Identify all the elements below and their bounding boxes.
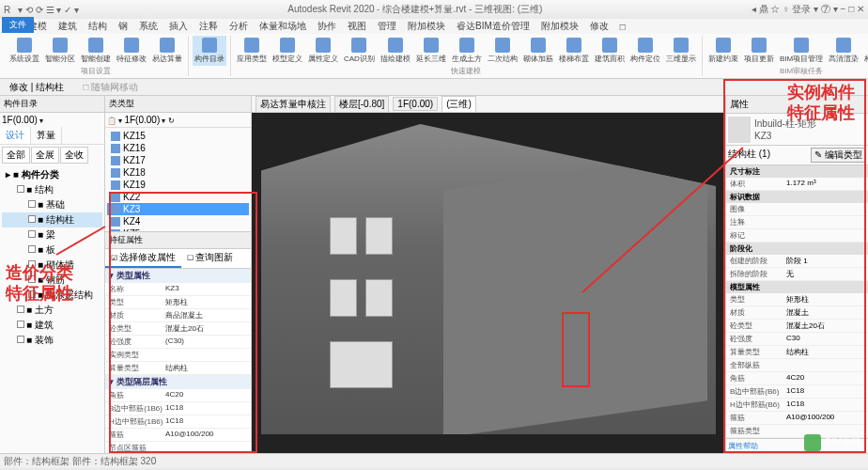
menu-bar: 建模建筑结构钢系统插入注释分析体量和场地协作视图管理附加模块睿达BIM造价管理附…	[0, 19, 868, 34]
ribbon-btn[interactable]: 智能分区	[43, 36, 77, 66]
tree-item[interactable]: ■ 建筑	[2, 318, 102, 333]
ribbon-btn[interactable]: 易达算量	[150, 36, 184, 66]
ribbon-btn[interactable]: 模型定义	[271, 36, 304, 66]
status-bar: 部件：结构框架 部件：结构框架 320	[0, 453, 868, 468]
ribbon: 系统设置智能分区智能创建特征修改易达算量项目设置构件目录应用类型模型定义属性定义…	[0, 34, 868, 79]
kz-item[interactable]: KZ15	[107, 130, 249, 142]
ribbon-btn[interactable]: 属性定义	[306, 36, 340, 66]
left-header: 构件目录	[0, 96, 104, 113]
ribbon-btn[interactable]: 三维显示	[664, 36, 698, 66]
menu-item[interactable]: 协作	[318, 20, 336, 33]
ribbon-btn[interactable]: 描绘建模	[379, 36, 412, 66]
tree-item[interactable]: ■ 装饰	[2, 333, 102, 348]
mid-header: 类类型	[105, 96, 251, 113]
menu-item[interactable]: 视图	[348, 20, 366, 33]
ribbon-btn[interactable]: 延长三维	[414, 36, 448, 66]
kz-item[interactable]: KZ16	[107, 142, 249, 154]
ribbon-btn[interactable]: 特征修改	[115, 36, 148, 66]
menu-item[interactable]: □	[620, 22, 626, 32]
file-tab[interactable]: 文件	[2, 17, 34, 33]
filter-all[interactable]: 全部	[2, 147, 30, 164]
menu-item[interactable]: 结构	[88, 20, 107, 33]
annot-right: 实例构件特征属性	[787, 83, 855, 123]
ribbon-btn[interactable]: 系统设置	[8, 36, 41, 66]
filter-expand[interactable]: 全展	[31, 147, 59, 164]
annot-left: 造价分类特征属性	[6, 263, 73, 304]
ribbon-btn[interactable]: BIM项目管理	[778, 36, 825, 66]
tab-design[interactable]: 设计	[0, 127, 31, 144]
menu-item[interactable]: 附加模块	[541, 20, 579, 33]
ribbon-btn[interactable]: 建筑面积	[593, 36, 627, 66]
ribbon-btn[interactable]: 构件提醒	[862, 36, 868, 66]
menu-item[interactable]: 附加模块	[408, 20, 445, 33]
vp-tab[interactable]: (三维)	[442, 96, 476, 113]
sub-tab[interactable]: 修改 | 结构柱	[4, 79, 70, 96]
menu-item[interactable]: 管理	[378, 20, 396, 33]
ribbon-btn[interactable]: 二次结构	[486, 36, 519, 66]
ribbon-btn[interactable]: 楼梯布置	[557, 36, 591, 66]
tree-item[interactable]: ■ 结构	[2, 182, 102, 197]
watermark: BIM客网	[804, 434, 860, 451]
menu-item[interactable]: 插入	[169, 20, 188, 33]
tree-item[interactable]: ■ 板	[2, 243, 102, 258]
kz-item[interactable]: KZ18	[107, 166, 249, 179]
sub-tab[interactable]: □ 随轴网移动	[77, 79, 144, 96]
menu-item[interactable]: 建筑	[58, 20, 77, 33]
ribbon-btn[interactable]: 构件目录	[193, 36, 226, 66]
ribbon-btn[interactable]: 砌体加筋	[521, 36, 555, 66]
kz-item[interactable]: KZ17	[107, 154, 249, 166]
tab-qty[interactable]: 算量	[31, 127, 62, 144]
tree-item[interactable]: ■ 结构柱	[2, 212, 102, 227]
menu-item[interactable]: 系统	[139, 20, 158, 33]
ribbon-btn[interactable]: 构件定位	[628, 36, 662, 66]
menu-item[interactable]: 注释	[199, 20, 218, 33]
tree-item[interactable]: ▸ ■ 构件分类	[2, 167, 102, 182]
ribbon-btn[interactable]: 新建约束	[706, 36, 740, 66]
menu-item[interactable]: 钢	[118, 20, 128, 33]
ribbon-btn[interactable]: 智能创建	[79, 36, 113, 66]
menu-item[interactable]: 分析	[229, 20, 248, 33]
kz-item[interactable]: KZ19	[107, 179, 249, 191]
menu-item[interactable]: 睿达BIM造价管理	[457, 20, 530, 33]
ribbon-btn[interactable]: CAD识别	[342, 36, 377, 66]
ribbon-btn[interactable]: 项目更新	[742, 36, 776, 66]
menu-item[interactable]: 修改	[590, 20, 609, 33]
viewport[interactable]: 易达算量申核注楼层[-0.80]1F(0.00)(三维)	[252, 96, 725, 453]
title-text: Autodesk Revit 2020 - 综合楼建模+算量.rvt - 三维视…	[79, 3, 752, 16]
ribbon-btn[interactable]: 高清渲染	[827, 36, 860, 66]
vp-tab[interactable]: 易达算量申核注	[256, 96, 331, 113]
tree-item[interactable]: ■ 土方	[2, 303, 102, 318]
vp-tab[interactable]: 1F(0.00)	[393, 97, 438, 111]
tree-item[interactable]: ■ 基础	[2, 197, 102, 212]
vp-tab[interactable]: 楼层[-0.80]	[334, 96, 389, 113]
filter-collapse[interactable]: 全收	[60, 147, 88, 164]
menu-item[interactable]: 体量和场地	[259, 20, 306, 33]
app-logo: R	[4, 5, 10, 15]
ribbon-btn[interactable]: 应用类型	[235, 36, 269, 66]
ribbon-btn[interactable]: 生成土方	[450, 36, 484, 66]
